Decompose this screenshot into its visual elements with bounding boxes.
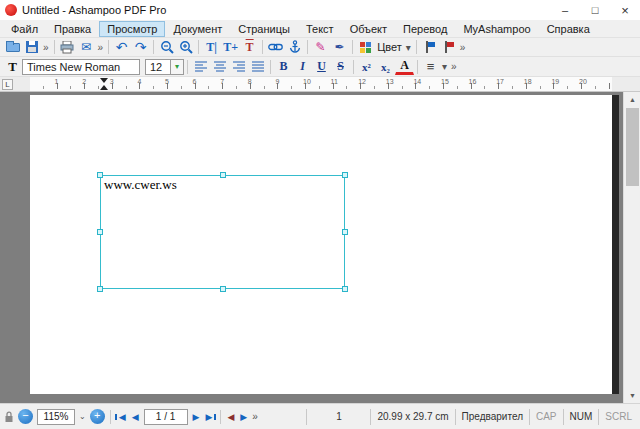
format-toolbar: T Times New Roman 12 ▾ B I — [0, 57, 640, 77]
resize-handle-top-right[interactable] — [342, 172, 348, 178]
history-back-button[interactable]: ◀ — [224, 412, 237, 422]
toolbar-separator — [353, 60, 354, 74]
italic-button[interactable]: I — [293, 58, 312, 75]
edit-text-button[interactable]: T| — [202, 39, 221, 56]
bookmark-blue-button[interactable] — [420, 39, 439, 56]
red-flag-icon — [442, 40, 455, 54]
resize-handle-bottom-left[interactable] — [97, 286, 103, 292]
open-file-button[interactable] — [3, 39, 22, 56]
menu-text[interactable]: Текст — [298, 21, 342, 37]
first-line-indent-marker[interactable] — [100, 78, 108, 83]
print-button[interactable] — [58, 39, 77, 56]
next-page-button[interactable]: ▶ — [190, 412, 203, 422]
zoom-level-select[interactable]: 115% — [37, 409, 75, 425]
overflow-button-output[interactable]: » — [96, 42, 106, 53]
document-page[interactable]: www.cwer.ws — [30, 95, 612, 394]
overflow-button-status[interactable]: » — [250, 411, 260, 422]
color-picker-button[interactable] — [356, 39, 375, 56]
vertical-scrollbar[interactable]: ▲ ▼ — [623, 92, 640, 403]
lock-icon[interactable] — [4, 411, 14, 423]
resize-handle-middle-right[interactable] — [342, 229, 348, 235]
status-bar: − 115% ⌄ + ◀ ◀ 1 / 1 ▶ ▶ ◀ ▶ » 1 20.99 x… — [0, 403, 640, 429]
resize-handle-middle-left[interactable] — [97, 229, 103, 235]
highlight-pen-button[interactable]: ✎ — [311, 39, 330, 56]
first-page-button[interactable]: ◀ — [114, 412, 129, 422]
last-page-button[interactable]: ▶ — [202, 412, 217, 422]
menu-edit[interactable]: Правка — [46, 21, 99, 37]
align-left-button[interactable] — [191, 58, 210, 75]
color-dropdown-arrow[interactable]: ▾ — [404, 42, 413, 53]
anchor-button[interactable] — [285, 39, 304, 56]
link-button[interactable] — [266, 39, 285, 56]
add-text-button[interactable]: T+ — [221, 39, 240, 56]
print-icon — [60, 41, 74, 54]
menu-help[interactable]: Справка — [539, 21, 598, 37]
bookmark-red-button[interactable] — [439, 39, 458, 56]
text-frame-button[interactable]: T — [240, 39, 259, 56]
zoom-out-button[interactable] — [157, 39, 176, 56]
ink-pen-button[interactable]: ✒ — [330, 39, 349, 56]
email-button[interactable]: ✉ — [77, 39, 96, 56]
minimize-button[interactable]: – — [550, 0, 580, 20]
font-size-dropdown-arrow[interactable]: ▾ — [171, 59, 184, 75]
zoom-in-button-status[interactable]: + — [90, 409, 105, 424]
selected-text-box[interactable]: www.cwer.ws — [100, 175, 345, 289]
preview-mode-label: Предварител — [455, 409, 529, 425]
list-button[interactable]: ≡ — [421, 58, 440, 75]
menu-myashampoo[interactable]: MyAshampoo — [455, 21, 538, 37]
color-button-label[interactable]: Цвет — [375, 41, 404, 53]
align-right-button[interactable] — [229, 58, 248, 75]
overflow-button-bookmarks[interactable]: » — [458, 42, 468, 53]
anchor-icon — [289, 40, 301, 54]
menu-file[interactable]: Файл — [3, 21, 46, 37]
zoom-out-button-status[interactable]: − — [18, 409, 33, 424]
previous-page-button[interactable]: ◀ — [129, 412, 142, 422]
superscript-button[interactable]: x² — [357, 58, 376, 75]
zoom-dropdown-arrow[interactable]: ⌄ — [77, 412, 88, 421]
save-button[interactable] — [22, 39, 41, 56]
strikethrough-button[interactable]: S — [331, 58, 350, 75]
font-family-select[interactable]: Times New Roman — [22, 59, 140, 75]
menu-translate[interactable]: Перевод — [395, 21, 455, 37]
page-indicator[interactable]: 1 / 1 — [144, 409, 188, 425]
subscript-button[interactable]: x₂ — [376, 58, 395, 75]
resize-handle-bottom-center[interactable] — [220, 286, 226, 292]
left-indent-marker[interactable] — [100, 85, 108, 90]
menu-object[interactable]: Объект — [342, 21, 395, 37]
toolbar-separator — [417, 60, 418, 74]
toolbar-separator — [187, 60, 188, 74]
font-color-button[interactable]: A — [395, 58, 414, 75]
menu-pages[interactable]: Страницы — [230, 21, 298, 37]
menu-view[interactable]: Просмотр — [99, 21, 165, 37]
textbox-text[interactable]: www.cwer.ws — [104, 177, 177, 193]
font-size-input[interactable]: 12 — [145, 59, 171, 75]
bold-button[interactable]: B — [274, 58, 293, 75]
underline-button[interactable]: U — [312, 58, 331, 75]
align-justify-icon — [251, 60, 265, 73]
redo-button[interactable]: ↷ — [131, 39, 150, 56]
resize-handle-bottom-right[interactable] — [342, 286, 348, 292]
overflow-button-format[interactable]: » — [449, 61, 459, 72]
zoom-in-button[interactable] — [176, 39, 195, 56]
close-button[interactable]: × — [610, 0, 640, 20]
history-forward-button[interactable]: ▶ — [237, 412, 250, 422]
toolbar-separator — [262, 40, 263, 54]
open-folder-icon — [6, 43, 20, 52]
resize-handle-top-center[interactable] — [220, 172, 226, 178]
maximize-button[interactable]: □ — [580, 0, 610, 20]
resize-handle-top-left[interactable] — [97, 172, 103, 178]
align-justify-button[interactable] — [248, 58, 267, 75]
overflow-button-files[interactable]: » — [41, 42, 51, 53]
toolbar-separator — [416, 40, 417, 54]
undo-button[interactable]: ↶ — [112, 39, 131, 56]
list-dropdown-arrow[interactable]: ▾ — [440, 61, 449, 72]
scrollbar-thumb[interactable] — [626, 108, 639, 186]
text-tool-icon: T — [3, 58, 22, 75]
align-center-button[interactable] — [210, 58, 229, 75]
title-bar: Untitled - Ashampoo PDF Pro – □ × — [0, 0, 640, 20]
menu-document[interactable]: Документ — [165, 21, 230, 37]
tab-selector[interactable]: L — [2, 79, 13, 90]
scroll-up-button[interactable]: ▲ — [624, 92, 640, 107]
ruler-track: 1234567891011121314151617181920 — [30, 77, 612, 91]
scroll-down-button[interactable]: ▼ — [624, 388, 640, 403]
